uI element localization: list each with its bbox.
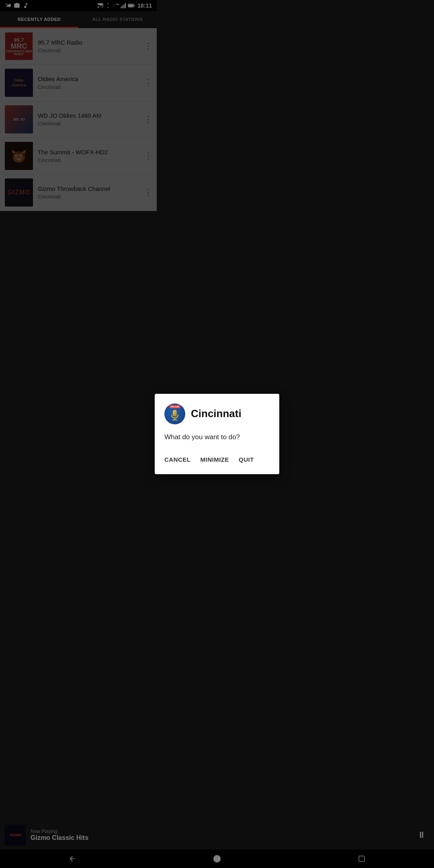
dialog-overlay: Cincinnati What do you want to do? CANCE… bbox=[0, 0, 157, 313]
